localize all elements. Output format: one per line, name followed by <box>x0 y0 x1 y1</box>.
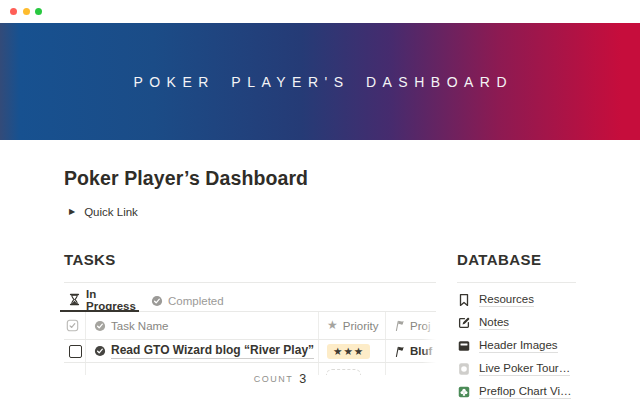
database-heading: DATABASE <box>457 251 541 268</box>
priority-stars: ★★★ <box>333 346 364 357</box>
project-cell[interactable]: Bluf <box>385 340 436 362</box>
project-tag-label: Bluf <box>410 345 432 357</box>
poker-chip-icon <box>457 362 471 376</box>
tab-completed[interactable]: Completed <box>151 289 224 312</box>
banner-title: POKER PLAYER'S DASHBOARD <box>127 74 513 90</box>
minimize-window-button[interactable] <box>23 8 30 15</box>
column-header-label: Proj <box>410 320 430 332</box>
priority-cell[interactable]: ★★★ <box>318 340 385 362</box>
database-item-label[interactable]: Preflop Chart Vi… <box>479 385 571 399</box>
check-circle-icon <box>151 295 163 307</box>
page-title: Poker Player’s Dashboard <box>64 167 308 190</box>
zoom-window-button[interactable] <box>35 8 42 15</box>
tasks-divider <box>64 282 436 283</box>
database-item-label[interactable]: Resources <box>479 293 534 307</box>
task-name-link[interactable]: Read GTO Wizard blog “River Play” <box>111 343 314 359</box>
flag-icon <box>393 319 406 332</box>
tab-in-progress[interactable]: In Progress <box>60 289 139 312</box>
row-select-cell[interactable] <box>64 340 85 362</box>
tab-in-progress-label: In Progress <box>86 288 139 312</box>
table-count-footer[interactable]: COUNT 3 <box>94 371 466 387</box>
database-divider <box>457 282 576 283</box>
column-header-priority[interactable]: ★ Priority <box>318 312 385 339</box>
cover-banner: POKER PLAYER'S DASHBOARD <box>0 23 640 140</box>
task-name-cell[interactable]: Read GTO Wizard blog “River Play” <box>85 340 318 362</box>
check-circle-icon <box>94 345 106 357</box>
check-circle-icon <box>94 320 106 332</box>
database-item-label[interactable]: Live Poker Tour… <box>479 362 570 376</box>
image-icon <box>457 339 471 353</box>
database-item-notes[interactable]: Notes <box>457 311 617 334</box>
database-list: Resources Notes Header Images Live Poker… <box>457 288 617 400</box>
tab-completed-label: Completed <box>168 295 224 307</box>
database-item-preflop-chart[interactable]: Preflop Chart Vi… <box>457 380 617 400</box>
column-header-task-name[interactable]: Task Name <box>85 312 318 339</box>
checkbox-checked-icon[interactable] <box>66 319 79 332</box>
count-label: COUNT <box>254 374 294 384</box>
column-header-label: Task Name <box>111 320 169 332</box>
column-header-label: Priority <box>343 320 379 332</box>
tasks-table: Task Name ★ Priority Proj Read GTO Wizar… <box>64 312 436 375</box>
close-window-button[interactable] <box>10 8 17 15</box>
flag-icon <box>393 345 406 358</box>
row-checkbox[interactable] <box>69 345 82 358</box>
database-item-live-poker-tour[interactable]: Live Poker Tour… <box>457 357 617 380</box>
hourglass-icon <box>68 293 81 306</box>
select-all-cell[interactable] <box>64 312 85 339</box>
star-icon: ★ <box>327 319 338 331</box>
column-header-project[interactable]: Proj <box>385 312 436 339</box>
database-item-header-images[interactable]: Header Images <box>457 334 617 357</box>
tasks-view-tabs: In Progress Completed <box>64 289 436 312</box>
toggle-arrow-icon[interactable]: ▶ <box>69 208 75 216</box>
quick-link-toggle[interactable]: ▶ Quick Link <box>69 203 138 221</box>
window-titlebar <box>0 0 640 23</box>
bookmark-icon <box>457 293 471 307</box>
club-chart-icon <box>457 385 471 399</box>
tasks-heading: TASKS <box>64 251 116 268</box>
database-item-resources[interactable]: Resources <box>457 288 617 311</box>
database-item-label[interactable]: Notes <box>479 316 509 330</box>
quick-link-label: Quick Link <box>84 206 138 218</box>
table-header-row: Task Name ★ Priority Proj <box>64 312 436 340</box>
table-row[interactable]: Read GTO Wizard blog “River Play” ★★★ Bl… <box>64 340 436 363</box>
database-item-label[interactable]: Header Images <box>479 339 558 353</box>
count-value: 3 <box>299 372 306 386</box>
edit-icon <box>457 316 471 330</box>
priority-pill[interactable]: ★★★ <box>327 344 370 359</box>
